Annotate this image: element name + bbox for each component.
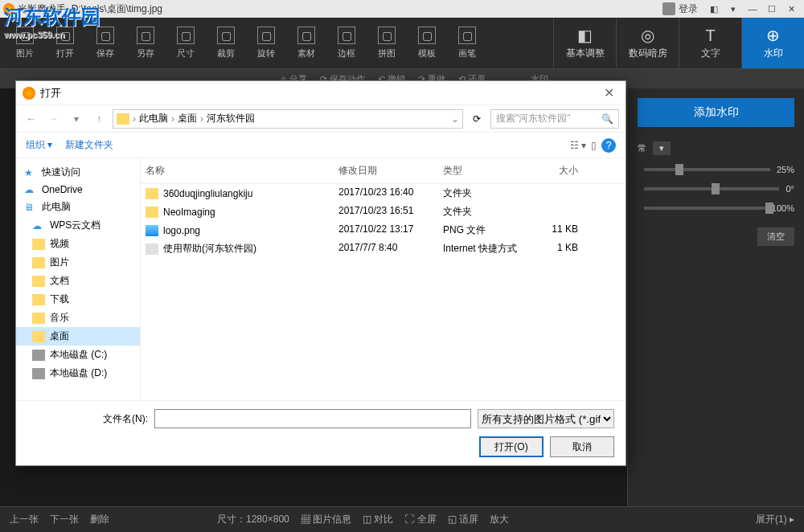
col-type[interactable]: 类型	[438, 162, 527, 180]
folder-icon	[32, 331, 45, 342]
breadcrumb[interactable]: › 此电脑› 桌面› 河东软件园 ⌄	[113, 109, 463, 129]
tool-画笔[interactable]: ▢画笔	[447, 18, 487, 68]
close-button[interactable]: ✕	[781, 1, 801, 17]
new-folder-button[interactable]: 新建文件夹	[65, 138, 113, 152]
tool-尺寸[interactable]: ▢尺寸	[166, 18, 206, 68]
dialog-toolbar: 组织 ▾ 新建文件夹 ☷ ▾ ▯ ?	[16, 133, 626, 158]
cancel-button[interactable]: 取消	[550, 436, 614, 457]
dialog-titlebar: 打开 ✕	[16, 81, 626, 105]
sidebar-item-图片[interactable]: 图片	[16, 253, 140, 272]
compare-button[interactable]: ◫ 对比	[363, 513, 393, 526]
tool-素材[interactable]: ▢素材	[286, 18, 326, 68]
slider-2[interactable]: 100%	[628, 198, 804, 218]
filename-input[interactable]	[154, 409, 471, 428]
login-button[interactable]: 登录	[662, 2, 698, 16]
file-row[interactable]: 使用帮助(河东软件园)2017/7/7 8:40Internet 快捷方式1 K…	[141, 239, 626, 258]
refresh-button[interactable]: ⟳	[468, 113, 486, 125]
tab-基本调整[interactable]: ◧基本调整	[553, 18, 616, 68]
slider-0[interactable]: 25%	[628, 160, 804, 179]
fit-button[interactable]: ◱ 适屏	[448, 513, 478, 526]
tab-icon: ⊕	[766, 26, 780, 45]
slider-1[interactable]: 0°	[628, 179, 804, 198]
dialog-sidebar: ★快速访问☁OneDrive🖥此电脑☁WPS云文档视频图片文档下载音乐桌面本地磁…	[16, 158, 141, 400]
tool-边框[interactable]: ▢边框	[326, 18, 367, 68]
file-icon	[146, 243, 158, 255]
view-mode-button[interactable]: ☷ ▾	[570, 140, 586, 151]
nav-back-button[interactable]: ←	[23, 110, 40, 128]
sidebar-item-OneDrive[interactable]: ☁OneDrive	[16, 182, 140, 198]
tool-图片[interactable]: ▢图片	[5, 18, 45, 68]
next-button[interactable]: 下一张	[50, 513, 79, 526]
open-button[interactable]: 打开(O)	[479, 436, 544, 457]
tool-旋转[interactable]: ▢旋转	[246, 18, 286, 68]
tab-文字[interactable]: T文字	[679, 18, 741, 68]
tool-保存[interactable]: ▢保存	[85, 18, 125, 68]
sidebar-item-本地磁盘 (C:)[interactable]: 本地磁盘 (C:)	[16, 346, 140, 364]
tool-icon: ▢	[56, 27, 74, 44]
help-button[interactable]: ?	[601, 138, 616, 153]
minimize-button[interactable]: —	[743, 1, 762, 17]
file-row[interactable]: NeoImaging2017/10/23 16:51文件夹	[141, 203, 626, 221]
folder-icon	[32, 276, 45, 287]
titlebar: 光影魔术手 D:\tools\桌面\timg.jpg 登录 ◧ ▾ — ☐ ✕	[0, 0, 804, 18]
tool-拼图[interactable]: ▢拼图	[367, 18, 407, 68]
folder-icon	[32, 294, 45, 305]
sidebar-item-文档[interactable]: 文档	[16, 272, 140, 290]
sidebar-item-视频[interactable]: 视频	[16, 235, 140, 253]
sidebar-item-本地磁盘 (D:)[interactable]: 本地磁盘 (D:)	[16, 364, 140, 383]
tab-icon: ◎	[641, 26, 654, 45]
file-row[interactable]: 360duqjingliulangkiju2017/10/23 16:40文件夹	[141, 184, 626, 203]
cloud-icon: ☁	[32, 220, 45, 231]
col-name[interactable]: 名称	[141, 162, 334, 180]
file-icon	[146, 188, 158, 199]
file-icon	[146, 207, 158, 218]
delete-button[interactable]: 删除	[90, 513, 109, 526]
size-info: 尺寸：1280×800	[217, 513, 289, 526]
col-size[interactable]: 大小	[527, 162, 583, 180]
sidebar-item-WPS云文档[interactable]: ☁WPS云文档	[16, 216, 140, 235]
sidebar-item-此电脑[interactable]: 🖥此电脑	[16, 198, 140, 216]
file-row[interactable]: logo.png2017/10/22 13:17PNG 文件11 KB	[141, 221, 626, 239]
right-panel: 添加水印 常▾ 25%0°100% 清空	[627, 88, 804, 506]
tab-水印[interactable]: ⊕水印	[741, 18, 804, 68]
col-date[interactable]: 修改日期	[334, 162, 438, 180]
preview-pane-button[interactable]: ▯	[591, 140, 597, 151]
nav-up-button[interactable]: ↑	[90, 110, 108, 128]
info-button[interactable]: ▦ 图片信息	[301, 513, 351, 526]
file-open-dialog: 打开 ✕ ← → ▾ ↑ › 此电脑› 桌面› 河东软件园 ⌄ ⟳ 搜索"河东软…	[15, 80, 626, 466]
nav-recent-button[interactable]: ▾	[68, 110, 85, 128]
nav-forward-button[interactable]: →	[45, 110, 63, 128]
sidebar-item-桌面[interactable]: 桌面	[16, 327, 140, 346]
maximize-button[interactable]: ☐	[762, 1, 781, 17]
tool-打开[interactable]: ▢打开	[45, 18, 85, 68]
dialog-icon	[23, 87, 35, 100]
dialog-close-button[interactable]: ✕	[599, 85, 619, 100]
app-icon	[3, 3, 14, 14]
dialog-nav: ← → ▾ ↑ › 此电脑› 桌面› 河东软件园 ⌄ ⟳ 搜索"河东软件园" 🔍	[16, 105, 626, 133]
tool-裁剪[interactable]: ▢裁剪	[206, 18, 246, 68]
tab-数码暗房[interactable]: ◎数码暗房	[616, 18, 679, 68]
expand-button[interactable]: 展开(1) ▸	[756, 513, 794, 526]
search-input[interactable]: 搜索"河东软件园" 🔍	[490, 109, 619, 129]
fullscreen-button[interactable]: ⛶ 全屏	[404, 513, 436, 526]
blend-select[interactable]: ▾	[653, 141, 671, 155]
folder-icon	[117, 113, 129, 125]
file-icon	[146, 225, 158, 236]
tool-icon: ▢	[338, 27, 355, 44]
clear-button[interactable]: 清空	[757, 227, 794, 246]
skin-button[interactable]: ◧	[704, 1, 724, 17]
sidebar-item-下载[interactable]: 下载	[16, 290, 140, 309]
avatar-icon	[662, 2, 675, 15]
tool-模板[interactable]: ▢模板	[407, 18, 447, 68]
organize-button[interactable]: 组织 ▾	[26, 138, 52, 152]
prev-button[interactable]: 上一张	[10, 513, 39, 526]
sidebar-item-快速访问[interactable]: ★快速访问	[16, 163, 140, 182]
menu-button[interactable]: ▾	[724, 1, 743, 17]
filename-label: 文件名(N):	[27, 412, 148, 426]
sidebar-item-音乐[interactable]: 音乐	[16, 309, 140, 327]
file-filter-select[interactable]: 所有支持的图片格式 (*.gif; *.tif	[478, 409, 614, 428]
tool-另存[interactable]: ▢另存	[125, 18, 166, 68]
add-watermark-button[interactable]: 添加水印	[638, 98, 794, 127]
zoom-in-button[interactable]: 放大	[490, 513, 509, 526]
title-text: 光影魔术手 D:\tools\桌面\timg.jpg	[18, 2, 662, 16]
